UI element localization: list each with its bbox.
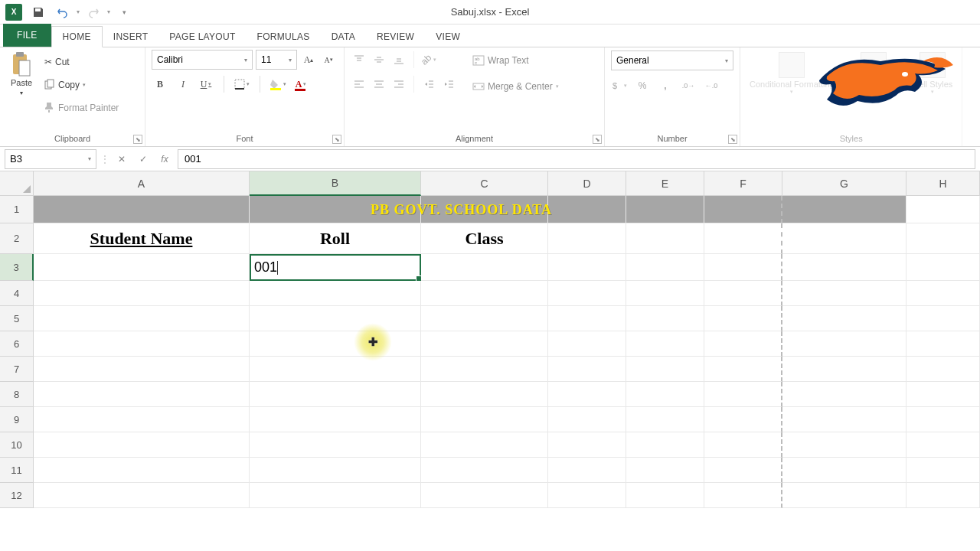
font-size-select[interactable]: 11▾ [256,50,297,70]
column-header-A[interactable]: A [34,171,250,196]
redo-icon[interactable] [83,2,104,22]
cell-H10[interactable] [906,432,980,458]
italic-button[interactable]: I [175,76,191,93]
cell-D12[interactable] [548,483,626,508]
cell-F10[interactable] [704,432,782,458]
cell-E10[interactable] [626,432,704,458]
cell-A5[interactable] [34,306,250,331]
cell-G7[interactable] [782,357,906,382]
cell-F6[interactable] [704,331,782,357]
cell-B10[interactable] [250,432,421,458]
increase-indent-icon[interactable] [440,76,457,93]
tab-insert[interactable]: INSERT [103,27,159,47]
cell-E2[interactable] [626,223,704,254]
tab-view[interactable]: VIEW [425,27,471,47]
underline-button[interactable]: U [198,76,214,93]
tab-formulas[interactable]: FORMULAS [247,27,321,47]
row-header-1[interactable]: 1 [0,196,34,223]
align-right-icon[interactable] [390,76,407,93]
cell-C8[interactable] [421,382,548,407]
align-center-icon[interactable] [371,76,387,93]
cell-C7[interactable] [421,357,548,382]
cell-C11[interactable] [421,458,548,483]
cell-A9[interactable] [34,407,250,432]
cell-B4[interactable] [250,281,421,306]
cell-C1[interactable] [421,196,548,223]
font-color-button[interactable]: A [292,76,309,93]
qat-customize-icon[interactable]: ▾ [113,2,135,22]
save-icon[interactable] [28,2,49,22]
cell-E11[interactable] [626,458,704,483]
cell-F5[interactable] [704,306,782,331]
cell-C9[interactable] [421,407,548,432]
cell-H4[interactable] [906,281,980,306]
row-header-4[interactable]: 4 [0,281,34,306]
decrease-decimal-icon[interactable]: ←.0 [703,77,720,94]
cell-F1[interactable] [704,196,782,223]
name-box[interactable]: B3▾ [5,149,96,169]
row-header-6[interactable]: 6 [0,331,34,357]
cell-B1[interactable] [250,196,421,223]
cell-C2[interactable]: Class [421,223,548,254]
number-launcher-icon[interactable]: ⬊ [728,135,737,144]
cell-H3[interactable] [906,254,980,281]
align-top-icon[interactable] [351,51,368,68]
cell-H5[interactable] [906,306,980,331]
cell-D6[interactable] [548,331,626,357]
cell-A4[interactable] [34,281,250,306]
cell-A3[interactable] [34,254,250,281]
cell-H1[interactable] [906,196,980,223]
column-header-C[interactable]: C [421,171,548,196]
cell-B11[interactable] [250,458,421,483]
cell-G5[interactable] [782,306,906,331]
cell-E1[interactable] [626,196,704,223]
cell-C4[interactable] [421,281,548,306]
row-header-8[interactable]: 8 [0,382,34,407]
cell-F8[interactable] [704,382,782,407]
cell-F3[interactable] [704,254,782,281]
cell-F12[interactable] [704,483,782,508]
cell-A6[interactable] [34,331,250,357]
cell-A12[interactable] [34,483,250,508]
format-painter-button[interactable]: Format Painter [41,98,122,118]
align-middle-icon[interactable] [371,51,387,68]
cell-C5[interactable] [421,306,548,331]
cell-H2[interactable] [906,223,980,254]
fx-icon[interactable]: fx [155,149,175,169]
cell-E4[interactable] [626,281,704,306]
fill-color-button[interactable] [270,76,286,93]
cell-G12[interactable] [782,483,906,508]
cell-F2[interactable] [704,223,782,254]
cell-C10[interactable] [421,432,548,458]
align-bottom-icon[interactable] [390,51,407,68]
cell-E6[interactable] [626,331,704,357]
cell-B7[interactable] [250,357,421,382]
cell-D7[interactable] [548,357,626,382]
tab-home[interactable]: HOME [51,26,103,47]
cell-C12[interactable] [421,483,548,508]
cell-H6[interactable] [906,331,980,357]
cell-D1[interactable] [548,196,626,223]
cell-H8[interactable] [906,382,980,407]
cell-G6[interactable] [782,331,906,357]
row-header-7[interactable]: 7 [0,357,34,382]
cell-C6[interactable] [421,331,548,357]
cell-D2[interactable] [548,223,626,254]
undo-icon[interactable] [52,2,74,22]
cell-C3[interactable] [421,254,548,281]
merge-center-button[interactable]: Merge & Center ▾ [469,77,562,96]
font-name-select[interactable]: Calibri▾ [152,50,253,70]
cell-G11[interactable] [782,458,906,483]
clipboard-launcher-icon[interactable]: ⬊ [133,135,142,144]
align-left-icon[interactable] [351,76,368,93]
select-all-corner[interactable] [0,171,34,196]
cell-F4[interactable] [704,281,782,306]
formula-input[interactable]: 001 [178,149,975,169]
row-header-2[interactable]: 2 [0,223,34,254]
column-header-E[interactable]: E [626,171,704,196]
cell-G9[interactable] [782,407,906,432]
tab-file[interactable]: FILE [3,24,51,47]
alignment-launcher-icon[interactable]: ⬊ [593,135,602,144]
accounting-format-icon[interactable]: $ [611,77,628,94]
paste-button[interactable]: Paste▾ [6,51,37,99]
